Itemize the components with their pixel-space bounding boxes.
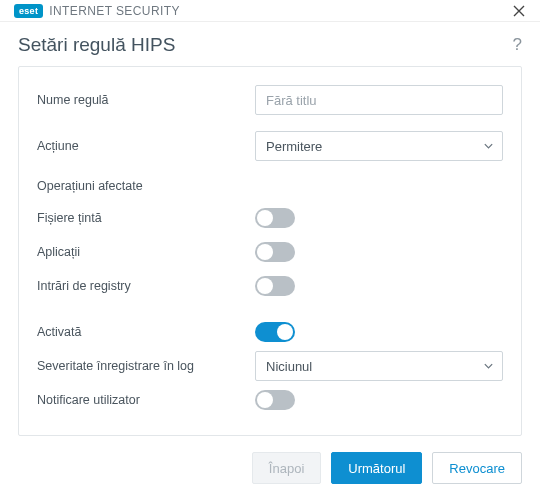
action-label: Acțiune (37, 139, 255, 153)
footer: Înapoi Următorul Revocare (0, 436, 540, 500)
log-severity-value: Niciunul (266, 359, 312, 374)
chevron-down-icon (483, 141, 494, 152)
cancel-button[interactable]: Revocare (432, 452, 522, 484)
action-select[interactable]: Permitere (255, 131, 503, 161)
rule-name-input[interactable] (255, 85, 503, 115)
affected-operations-heading: Operațiuni afectate (37, 163, 503, 201)
brand-badge: eset (14, 4, 43, 18)
page-title: Setări regulă HIPS (18, 34, 175, 56)
target-files-toggle[interactable] (255, 208, 295, 228)
rule-name-label: Nume regulă (37, 93, 255, 107)
help-icon[interactable]: ? (513, 35, 522, 55)
next-button[interactable]: Următorul (331, 452, 422, 484)
registry-entries-toggle[interactable] (255, 276, 295, 296)
close-icon[interactable] (510, 2, 528, 20)
titlebar: eset INTERNET SECURITY (0, 0, 540, 22)
back-button: Înapoi (252, 452, 321, 484)
header: Setări regulă HIPS ? (0, 22, 540, 66)
settings-panel: Nume regulă Acțiune Permitere Operațiuni… (18, 66, 522, 436)
applications-label: Aplicații (37, 245, 255, 259)
target-files-label: Fișiere țintă (37, 211, 255, 225)
notify-user-label: Notificare utilizator (37, 393, 255, 407)
applications-toggle[interactable] (255, 242, 295, 262)
enabled-toggle[interactable] (255, 322, 295, 342)
enabled-label: Activată (37, 325, 255, 339)
brand-name: INTERNET SECURITY (49, 4, 180, 18)
registry-entries-label: Intrări de registry (37, 279, 255, 293)
log-severity-label: Severitate înregistrare în log (37, 359, 255, 373)
chevron-down-icon (483, 361, 494, 372)
action-select-value: Permitere (266, 139, 322, 154)
notify-user-toggle[interactable] (255, 390, 295, 410)
log-severity-select[interactable]: Niciunul (255, 351, 503, 381)
